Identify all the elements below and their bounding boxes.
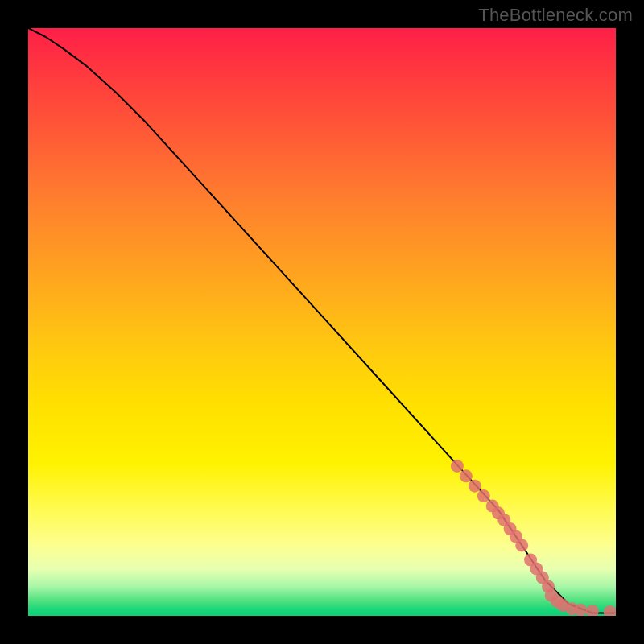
point-points-on-slope [460,469,473,482]
plot-area [28,28,616,616]
point-points-on-slope [515,539,528,551]
watermark-text: TheBottleneck.com [478,5,633,26]
point-points-on-tail [586,605,599,616]
point-points-on-tail [604,605,616,616]
point-points-on-slope [469,480,481,493]
point-points-on-slope [477,489,490,502]
series-curve [28,28,616,613]
chart-frame: TheBottleneck.com [0,0,644,644]
chart-overlay [28,28,616,616]
point-points-on-slope [451,460,464,473]
point-points-on-tail [574,604,587,616]
